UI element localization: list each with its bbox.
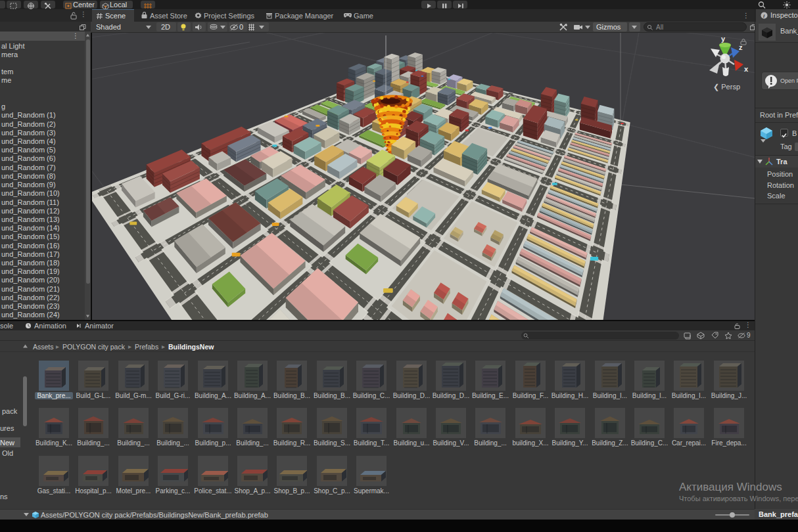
svg-text:x: x [744,65,749,73]
svg-text:y: y [721,35,726,43]
